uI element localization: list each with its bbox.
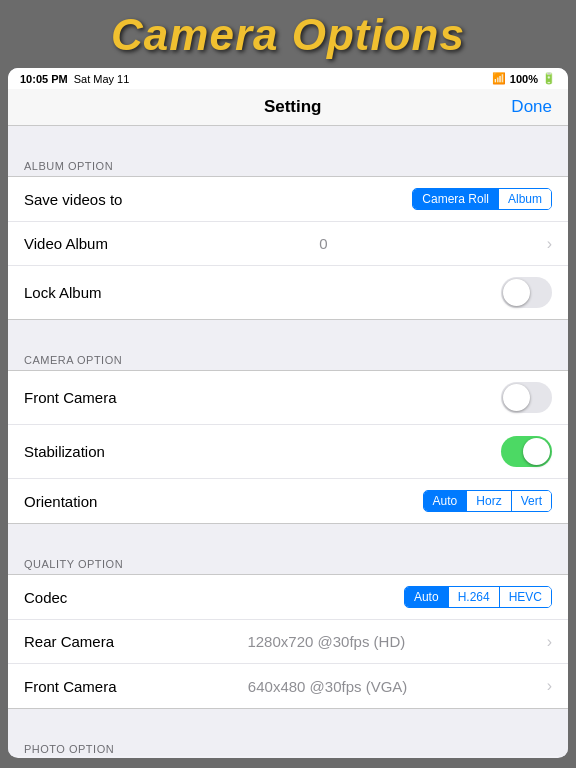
section-spacer-album-option <box>8 126 568 146</box>
toggle-knob-stabilization <box>523 438 550 465</box>
settings-group-album-option: Save videos toCamera RollAlbumVideo Albu… <box>8 176 568 320</box>
section-header-camera-option: CAMERA OPTION <box>8 340 568 370</box>
row-label-stabilization: Stabilization <box>24 443 105 460</box>
seg-btn-save-videos-to-0[interactable]: Camera Roll <box>413 189 499 209</box>
section-spacer-camera-option <box>8 320 568 340</box>
app-title: Camera Options <box>0 10 576 60</box>
settings-row-codec: CodecAutoH.264HEVC <box>8 575 568 620</box>
segmented-orientation[interactable]: AutoHorzVert <box>423 490 552 512</box>
chevron-video-album: › <box>547 235 552 253</box>
title-bar: Camera Options <box>0 0 576 68</box>
toggle-stabilization[interactable] <box>501 436 552 467</box>
toggle-lock-album[interactable] <box>501 277 552 308</box>
row-label-orientation: Orientation <box>24 493 97 510</box>
segmented-codec[interactable]: AutoH.264HEVC <box>404 586 552 608</box>
nav-title: Setting <box>74 97 511 117</box>
row-label-save-videos-to: Save videos to <box>24 191 122 208</box>
settings-row-front-camera-quality[interactable]: Front Camera640x480 @30fps (VGA)› <box>8 664 568 708</box>
section-header-quality-option: QUALITY OPTION <box>8 544 568 574</box>
settings-row-front-camera: Front Camera <box>8 371 568 425</box>
seg-btn-orientation-1[interactable]: Horz <box>467 491 511 511</box>
status-right: 📶 100% 🔋 <box>492 72 556 85</box>
section-header-album-option: ALBUM OPTION <box>8 146 568 176</box>
seg-btn-codec-1[interactable]: H.264 <box>449 587 500 607</box>
settings-scroll[interactable]: ALBUM OPTIONSave videos toCamera RollAlb… <box>8 126 568 756</box>
wifi-icon: 📶 <box>492 72 506 85</box>
segmented-save-videos-to[interactable]: Camera RollAlbum <box>412 188 552 210</box>
row-label-rear-camera: Rear Camera <box>24 633 114 650</box>
device-screen: 10:05 PM Sat May 11 📶 100% 🔋 Setting Don… <box>8 68 568 758</box>
battery-level: 100% <box>510 73 538 85</box>
seg-btn-codec-0[interactable]: Auto <box>405 587 449 607</box>
settings-row-rear-camera[interactable]: Rear Camera1280x720 @30fps (HD)› <box>8 620 568 664</box>
row-value-rear-camera: 1280x720 @30fps (HD) <box>247 633 405 650</box>
battery-icon: 🔋 <box>542 72 556 85</box>
toggle-front-camera[interactable] <box>501 382 552 413</box>
done-button[interactable]: Done <box>511 97 552 117</box>
toggle-knob-front-camera <box>503 384 530 411</box>
row-label-front-camera-quality: Front Camera <box>24 678 117 695</box>
settings-row-orientation: OrientationAutoHorzVert <box>8 479 568 523</box>
section-spacer-quality-option <box>8 524 568 544</box>
settings-group-quality-option: CodecAutoH.264HEVCRear Camera1280x720 @3… <box>8 574 568 709</box>
settings-row-video-album[interactable]: Video Album0› <box>8 222 568 266</box>
section-header-photo-option: PHOTO OPTION <box>8 729 568 756</box>
status-bar: 10:05 PM Sat May 11 📶 100% 🔋 <box>8 68 568 89</box>
seg-btn-orientation-2[interactable]: Vert <box>512 491 551 511</box>
chevron-rear-camera: › <box>547 633 552 651</box>
date: Sat May 11 <box>74 73 130 85</box>
time: 10:05 PM <box>20 73 68 85</box>
toggle-knob-lock-album <box>503 279 530 306</box>
row-value-front-camera-quality: 640x480 @30fps (VGA) <box>248 678 407 695</box>
nav-bar: Setting Done <box>8 89 568 126</box>
seg-btn-orientation-0[interactable]: Auto <box>424 491 468 511</box>
chevron-front-camera-quality: › <box>547 677 552 695</box>
settings-row-save-videos-to: Save videos toCamera RollAlbum <box>8 177 568 222</box>
seg-btn-save-videos-to-1[interactable]: Album <box>499 189 551 209</box>
settings-group-camera-option: Front CameraStabilizationOrientationAuto… <box>8 370 568 524</box>
row-label-video-album: Video Album <box>24 235 108 252</box>
row-label-lock-album: Lock Album <box>24 284 102 301</box>
row-value-video-album: 0 <box>319 235 327 252</box>
row-label-front-camera: Front Camera <box>24 389 117 406</box>
section-spacer-photo-option <box>8 709 568 729</box>
row-label-codec: Codec <box>24 589 67 606</box>
settings-row-stabilization: Stabilization <box>8 425 568 479</box>
settings-row-lock-album: Lock Album <box>8 266 568 319</box>
seg-btn-codec-2[interactable]: HEVC <box>500 587 551 607</box>
